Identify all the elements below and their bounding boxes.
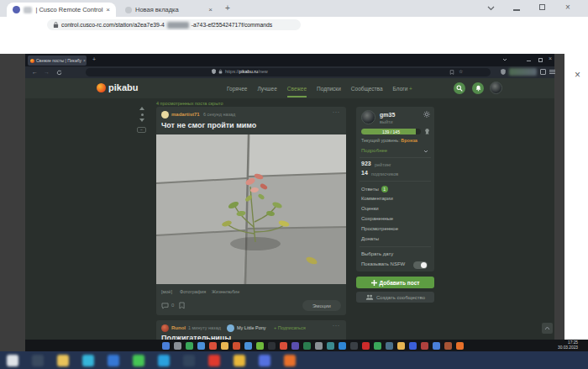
nav-communities[interactable]: Сообщества: [351, 86, 383, 92]
remote-back-icon[interactable]: ←: [32, 69, 38, 75]
toolbar-close-icon[interactable]: ×: [575, 69, 580, 81]
remote-taskbar-app-icon[interactable]: [209, 342, 217, 350]
tab-close-icon[interactable]: ×: [83, 58, 86, 63]
post2-author-name[interactable]: Runol: [171, 325, 186, 330]
host-taskbar[interactable]: [0, 351, 588, 369]
menu-item-comments[interactable]: Комментарии: [361, 196, 393, 201]
window-minimize-icon[interactable]: [513, 9, 520, 11]
profile-avatar[interactable]: [361, 110, 375, 124]
remote-taskbar-app-icon[interactable]: [303, 342, 311, 350]
save-post-icon[interactable]: [179, 302, 185, 309]
remote-taskbar-app-icon[interactable]: [397, 342, 405, 350]
host-taskbar-app-icon[interactable]: [7, 355, 18, 366]
host-tab-newtab[interactable]: Новая вкладка ×: [119, 3, 218, 17]
remote-taskbar-app-icon[interactable]: [433, 342, 440, 350]
remote-taskbar-app-icon[interactable]: [421, 342, 428, 350]
menu-item-answers[interactable]: Ответы 1: [361, 186, 388, 192]
post-author-avatar[interactable]: [161, 111, 169, 119]
nav-fresh-active[interactable]: Свежее: [287, 86, 307, 92]
menu-item-ratings[interactable]: Оценки: [361, 206, 379, 211]
collapse-post-button[interactable]: −: [137, 127, 146, 133]
subscribe-button[interactable]: + Подписаться: [274, 325, 306, 330]
remote-window-close-icon[interactable]: ×: [549, 55, 552, 61]
host-tab-cusco[interactable]: | Cusco Remote Control ×: [7, 3, 116, 17]
comments-icon[interactable]: [161, 303, 169, 309]
pikabu-logo-text[interactable]: pikabu: [108, 82, 138, 92]
scroll-top-button[interactable]: [542, 323, 553, 334]
remote-taskbar-app-icon[interactable]: [221, 342, 228, 350]
window-close-icon[interactable]: ×: [565, 3, 570, 12]
host-taskbar-app-icon[interactable]: [234, 355, 245, 366]
host-taskbar-app-icon[interactable]: [108, 355, 119, 366]
menu-item-saved[interactable]: Сохраненные: [361, 216, 393, 221]
remote-taskbar-app-icon[interactable]: [291, 342, 299, 350]
upvote-icon[interactable]: [139, 107, 144, 110]
remote-desktop-viewport[interactable]: Свежие посты | Пикабу × + × ← → https://…: [0, 54, 564, 351]
host-taskbar-app-icon[interactable]: [57, 355, 69, 366]
details-link[interactable]: Подробнее: [361, 148, 387, 153]
remote-taskbar-app-icon[interactable]: [186, 342, 193, 350]
remote-taskbar-app-icon[interactable]: [362, 342, 370, 350]
notifications-button[interactable]: [472, 82, 484, 94]
remote-taskbar-app-icon[interactable]: [374, 342, 381, 350]
remote-taskbar-app-icon[interactable]: [444, 342, 452, 350]
remote-taskbar-app-icon[interactable]: [280, 342, 287, 350]
remote-taskbar-app-icon[interactable]: [350, 342, 358, 350]
emotions-button[interactable]: Эмоции: [302, 300, 341, 311]
search-button[interactable]: [454, 82, 465, 94]
create-community-button[interactable]: Создать сообщество: [356, 292, 434, 303]
post2-kebab-icon[interactable]: ...: [333, 321, 340, 327]
community-avatar[interactable]: [227, 324, 234, 332]
tracking-shield-icon[interactable]: [212, 69, 216, 74]
host-taskbar-app-icon[interactable]: [208, 355, 220, 366]
host-taskbar-app-icon[interactable]: [284, 355, 296, 366]
remote-window-chevron-icon[interactable]: [502, 58, 507, 61]
window-maximize-icon[interactable]: [539, 4, 545, 10]
hidden-posts-notice[interactable]: 4 просмотренных поста скрыто: [156, 101, 223, 106]
remote-address-bar[interactable]: https://pikabu.ru/new ☆: [86, 68, 491, 76]
extension-shield-icon[interactable]: [501, 69, 506, 75]
date-filter[interactable]: Выбрать дату: [361, 251, 393, 256]
remote-taskbar-app-icon[interactable]: [339, 342, 346, 350]
tab-close-icon[interactable]: ×: [106, 6, 110, 13]
logout-link[interactable]: выйти: [380, 119, 393, 124]
post2-title[interactable]: Поджигательницы: [161, 334, 231, 340]
menu-item-viewed[interactable]: Просмотренное: [361, 226, 398, 231]
remote-taskbar-app-icon[interactable]: [456, 342, 464, 350]
remote-taskbar-app-icon[interactable]: [315, 342, 323, 350]
pikabu-logo-icon[interactable]: [97, 83, 106, 92]
host-taskbar-app-icon[interactable]: [82, 355, 94, 366]
host-taskbar-app-icon[interactable]: [259, 355, 270, 366]
remote-taskbar-app-icon[interactable]: [256, 342, 264, 350]
remote-taskbar[interactable]: 17:25 30.03.2023: [25, 340, 588, 351]
new-tab-button[interactable]: +: [225, 4, 230, 13]
remote-new-tab-button[interactable]: +: [92, 56, 96, 62]
remote-taskbar-app-icon[interactable]: [327, 342, 334, 350]
remote-taskbar-app-icon[interactable]: [174, 342, 181, 350]
post2-author-avatar[interactable]: [161, 324, 169, 332]
hamburger-menu-icon[interactable]: [549, 69, 555, 75]
save-page-icon[interactable]: [449, 70, 454, 75]
post-image[interactable]: [156, 134, 346, 284]
nav-best[interactable]: Лучшее: [257, 86, 276, 92]
post-kebab-icon[interactable]: ...: [333, 108, 340, 113]
remote-taskbar-app-icon[interactable]: [197, 342, 205, 350]
host-taskbar-app-icon[interactable]: [183, 355, 195, 366]
add-post-button[interactable]: Добавить пост: [356, 277, 434, 288]
post-tag-photo[interactable]: Фотография: [180, 289, 206, 294]
post-tag-life[interactable]: Жизнелюбие: [212, 289, 239, 294]
post-title[interactable]: Чот не смог пройти мимо: [161, 121, 256, 129]
award-icon[interactable]: [424, 128, 430, 135]
account-icon[interactable]: [540, 69, 546, 75]
header-user-avatar[interactable]: [490, 82, 502, 94]
post-tag-mine[interactable]: [моё]: [161, 289, 172, 294]
host-taskbar-app-icon[interactable]: [32, 355, 44, 366]
remote-reload-icon[interactable]: [56, 70, 62, 76]
nav-hot[interactable]: Горячее: [227, 86, 247, 92]
nav-subscriptions[interactable]: Подписки: [317, 86, 341, 92]
bookmark-star-icon[interactable]: ☆: [459, 68, 463, 74]
remote-taskbar-app-icon[interactable]: [233, 342, 240, 350]
remote-taskbar-app-icon[interactable]: [268, 342, 276, 350]
remote-taskbar-clock[interactable]: 17:25 30.03.2023: [558, 340, 578, 351]
remote-tab-pikabu[interactable]: Свежие посты | Пикабу ×: [28, 55, 87, 66]
